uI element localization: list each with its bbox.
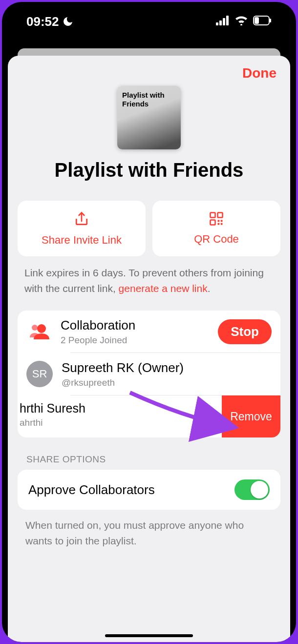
svg-rect-1	[219, 21, 222, 25]
collaboration-subtitle: 2 People Joined	[61, 335, 218, 346]
battery-icon	[253, 16, 272, 27]
svg-rect-13	[221, 223, 223, 225]
member-row-swiped[interactable]: hrthi Suresh ahrthi Remove	[18, 395, 280, 437]
svg-rect-2	[223, 18, 225, 25]
approve-collaborators-row[interactable]: Approve Collaborators	[18, 470, 280, 510]
owner-name: Supreeth RK (Owner)	[62, 360, 272, 375]
status-bar: 09:52	[2, 2, 296, 41]
playlist-cover: Playlist with Friends	[117, 86, 181, 149]
member-name: hrthi Suresh	[20, 401, 222, 415]
cover-title: Playlist with Friends	[122, 91, 176, 108]
svg-rect-11	[221, 220, 223, 222]
owner-handle: @rksupreeth	[62, 377, 272, 388]
member-handle: ahrthi	[20, 417, 222, 428]
people-icon	[26, 323, 52, 340]
svg-rect-5	[255, 17, 259, 24]
svg-rect-12	[218, 223, 220, 225]
approve-note: When turned on, you must approve anyone …	[8, 510, 290, 548]
collaboration-group: Collaboration 2 People Joined Stop SR Su…	[18, 311, 280, 437]
qr-code-label: QR Code	[157, 233, 276, 246]
page-title: Playlist with Friends	[8, 159, 290, 181]
svg-rect-0	[216, 22, 218, 25]
done-button[interactable]: Done	[242, 65, 277, 81]
svg-point-14	[32, 325, 38, 331]
collaboration-row: Collaboration 2 People Joined Stop	[18, 311, 280, 353]
approve-collaborators-label: Approve Collaborators	[28, 482, 155, 498]
svg-rect-10	[218, 220, 220, 222]
share-options-header: SHARE OPTIONS	[8, 437, 290, 470]
owner-row[interactable]: SR Supreeth RK (Owner) @rksupreeth	[18, 353, 280, 395]
svg-rect-8	[218, 213, 223, 218]
share-invite-link-label: Share Invite Link	[22, 234, 141, 247]
share-invite-link-card[interactable]: Share Invite Link	[18, 201, 146, 256]
avatar: SR	[26, 361, 53, 387]
svg-rect-9	[211, 220, 215, 225]
svg-rect-7	[211, 213, 215, 218]
svg-rect-6	[270, 19, 271, 22]
link-expiry-note: Link expires in 6 days. To prevent other…	[8, 256, 290, 296]
wifi-icon	[234, 16, 248, 27]
qr-code-card[interactable]: QR Code	[152, 201, 280, 256]
share-icon	[22, 211, 141, 227]
stop-button[interactable]: Stop	[218, 319, 272, 344]
phone-frame: 09:52 Done Playlist with Friends Playlis…	[2, 2, 296, 642]
approve-toggle[interactable]	[234, 479, 270, 500]
qr-icon	[157, 211, 276, 226]
home-indicator	[105, 634, 193, 637]
collaboration-title: Collaboration	[61, 318, 218, 333]
moon-icon	[62, 16, 74, 27]
cellular-icon	[216, 16, 230, 27]
share-sheet: Done Playlist with Friends Playlist with…	[8, 56, 290, 642]
svg-rect-3	[226, 16, 229, 25]
generate-new-link[interactable]: generate a new link	[119, 283, 208, 294]
status-time: 09:52	[26, 14, 59, 29]
svg-point-15	[37, 324, 46, 333]
remove-button[interactable]: Remove	[222, 395, 280, 437]
